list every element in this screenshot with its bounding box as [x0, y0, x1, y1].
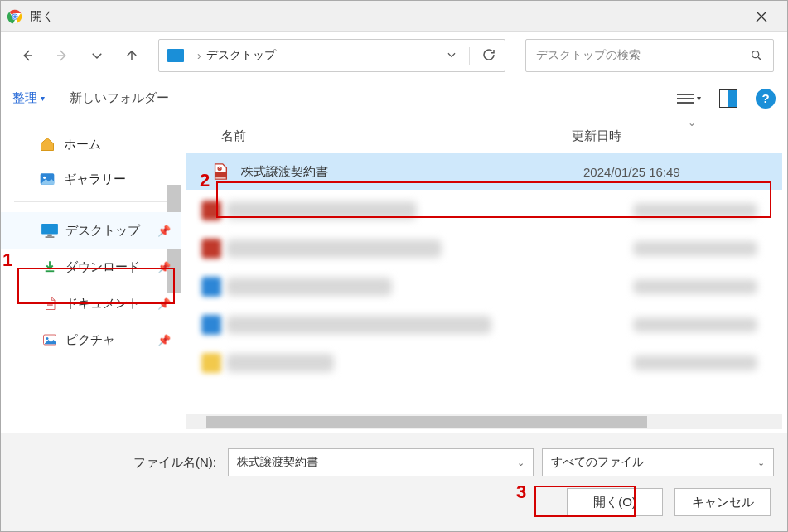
sidebar-item-desktop[interactable]: デスクトップ 📌	[1, 212, 181, 249]
nav-up[interactable]	[120, 42, 143, 69]
svg-line-8	[758, 57, 761, 60]
nav-forward[interactable]	[51, 42, 74, 69]
chevron-down-icon[interactable]: ⌄	[517, 457, 525, 468]
address-dropdown[interactable]	[446, 49, 457, 63]
nav-bar: › デスクトップ デスクトップの検索	[1, 32, 787, 79]
pin-icon: 📌	[157, 334, 171, 346]
column-modified[interactable]: 更新日時	[572, 128, 754, 144]
organize-menu[interactable]: 整理 ▾	[12, 90, 45, 106]
svg-point-10	[43, 177, 46, 179]
command-bar: 整理 ▾ 新しいフォルダー ▾ ?	[1, 79, 787, 118]
file-filter-select[interactable]: すべてのファイル ⌄	[542, 448, 774, 476]
monitor-icon	[167, 49, 184, 62]
sidebar: ホーム ギャラリー デスクトップ 📌 ダウンロード 📌	[1, 118, 181, 433]
arrow-right-icon	[55, 48, 70, 63]
file-name: 株式譲渡契約書	[241, 164, 583, 180]
nav-recent[interactable]	[85, 42, 109, 69]
svg-point-7	[752, 51, 759, 58]
svg-rect-15	[47, 302, 53, 303]
file-list: 名前 更新日時 ⌄ 株式譲渡契約書 2024/01/25 16:49	[181, 118, 787, 433]
download-icon	[41, 259, 59, 274]
filename-input[interactable]: 株式譲渡契約書 ⌄	[228, 448, 534, 476]
pin-icon: 📌	[157, 261, 171, 273]
list-view-icon	[677, 91, 694, 106]
home-icon	[39, 136, 56, 152]
sidebar-item-gallery[interactable]: ギャラリー	[1, 162, 181, 196]
chevron-right-icon: ›	[197, 49, 201, 62]
column-name[interactable]: 名前	[221, 128, 572, 144]
search-input[interactable]: デスクトップの検索	[525, 39, 774, 72]
search-icon	[750, 49, 763, 62]
arrow-left-icon	[20, 48, 35, 63]
refresh-button[interactable]	[469, 47, 496, 65]
chevron-down-icon	[89, 48, 104, 63]
horizontal-scrollbar-thumb[interactable]	[206, 416, 647, 428]
search-placeholder: デスクトップの検索	[536, 48, 750, 63]
pin-icon: 📌	[157, 297, 171, 310]
desktop-icon	[41, 223, 59, 238]
title-bar: 開く	[1, 1, 787, 32]
sidebar-item-documents[interactable]: ドキュメント 📌	[1, 285, 181, 322]
svg-rect-12	[47, 235, 51, 237]
file-row-blurred	[201, 307, 774, 342]
svg-point-18	[46, 337, 49, 340]
file-list-header: 名前 更新日時 ⌄	[181, 118, 787, 153]
horizontal-scrollbar[interactable]	[186, 414, 782, 429]
svg-rect-11	[41, 224, 58, 235]
address-bar[interactable]: › デスクトップ	[158, 39, 505, 72]
open-button[interactable]: 開く(O)	[567, 488, 663, 516]
address-location: デスクトップ	[206, 48, 276, 63]
file-date: 2024/01/25 16:49	[583, 165, 757, 179]
nav-back[interactable]	[16, 42, 39, 69]
file-row-blurred	[201, 346, 774, 380]
file-row-blurred	[201, 231, 774, 266]
chrome-icon	[7, 9, 22, 24]
sidebar-item-downloads[interactable]: ダウンロード 📌	[1, 249, 181, 285]
dialog-footer: ファイル名(N): 株式譲渡契約書 ⌄ すべてのファイル ⌄ 開く(O) キャン…	[1, 433, 787, 531]
svg-rect-13	[46, 236, 55, 238]
arrow-up-icon	[124, 48, 139, 63]
gallery-icon	[39, 171, 56, 187]
svg-rect-19	[215, 172, 227, 177]
close-icon	[756, 11, 767, 22]
sidebar-item-home[interactable]: ホーム	[1, 127, 181, 162]
pictures-icon	[41, 332, 59, 347]
new-folder-button[interactable]: 新しいフォルダー	[70, 90, 169, 106]
pdf-icon	[211, 162, 230, 181]
document-icon	[41, 296, 59, 311]
file-row-blurred	[201, 269, 774, 304]
pin-icon: 📌	[157, 225, 171, 237]
close-button[interactable]	[742, 4, 781, 29]
svg-point-4	[13, 15, 17, 18]
help-button[interactable]: ?	[756, 89, 776, 109]
preview-pane-button[interactable]	[719, 89, 737, 108]
file-row-blurred	[201, 193, 774, 228]
chevron-down-icon	[446, 49, 457, 60]
file-row-selected[interactable]: 株式譲渡契約書 2024/01/25 16:49	[186, 153, 782, 190]
view-mode-button[interactable]: ▾	[677, 91, 701, 106]
sidebar-item-pictures[interactable]: ピクチャ 📌	[1, 322, 181, 358]
refresh-icon	[481, 47, 496, 62]
cancel-button[interactable]: キャンセル	[674, 488, 771, 516]
filename-label: ファイル名(N):	[14, 455, 220, 471]
window-title: 開く	[31, 9, 54, 24]
chevron-down-icon[interactable]: ⌄	[757, 457, 765, 468]
svg-rect-16	[47, 305, 53, 306]
sort-indicator-icon: ⌄	[688, 117, 696, 128]
